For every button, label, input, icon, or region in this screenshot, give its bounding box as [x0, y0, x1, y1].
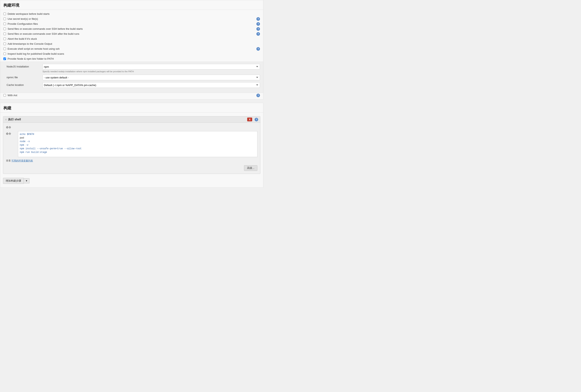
checkbox-label-8: Execute shell script on remote host usin… [7, 47, 60, 50]
checkbox-label-3: Provide Configuration files [7, 22, 38, 25]
checkbox-label-10: Provide Node & npm bin/ folder to PATH [7, 57, 54, 60]
nodejs-form: NodeJS Installation npm Specify needed n… [0, 62, 263, 93]
checkbox-config-files[interactable] [3, 22, 6, 25]
cache-location-select[interactable]: Default (~/.npm or %APP_DATA% pm-cache) [42, 82, 260, 88]
delete-shell-button[interactable]: X [247, 118, 252, 121]
env-link[interactable]: 可用的环境变量列表 [11, 159, 33, 162]
checkbox-label-5: Send files or execute commands over SSH … [7, 32, 79, 35]
command-label-2: 命令 [6, 131, 18, 136]
shell-block-header: ≡ 执行 shell X ? [3, 116, 260, 123]
checkbox-row-6: Abort the build if it's stuck [0, 36, 263, 41]
build-env-title: 构建环境 [0, 0, 263, 10]
checkbox-ssh-after[interactable] [3, 32, 6, 35]
checkbox-abort-stuck[interactable] [3, 38, 6, 40]
checkbox-label-9: Inspect build log for published Gradle b… [7, 52, 64, 55]
checkbox-label-7: Add timestamps to the Console Output [7, 42, 52, 45]
checkbox-row-ant: With Ant ? [0, 93, 263, 98]
cache-location-row: Cache location Default (~/.npm or %APP_D… [6, 82, 260, 88]
shell-block-title: ≡ 执行 shell [5, 118, 21, 121]
shell-block-title-text: 执行 shell [8, 118, 21, 121]
checkbox-row-10: Provide Node & npm bin/ folder to PATH [0, 56, 263, 61]
drag-handle-icon[interactable]: ≡ [5, 118, 6, 121]
env-link-row: 查看 可用的环境变量列表 [6, 159, 257, 162]
npmrc-label: npmrc file [6, 75, 42, 79]
cache-location-wrap: Default (~/.npm or %APP_DATA% pm-cache) [42, 82, 260, 88]
checkbox-label-2: Use secret text(s) or file(s) [7, 17, 38, 20]
npmrc-row: npmrc file - use system default - [6, 75, 260, 80]
checkbox-with-ant[interactable] [3, 94, 6, 96]
command-code-display[interactable]: echo $PATH pwd node -v npm -v npm instal… [18, 131, 257, 157]
add-step-dropdown-button[interactable]: ▼ [24, 178, 29, 184]
add-step-bar: 增加构建步骤 ▼ [0, 176, 263, 186]
nodejs-installation-hint: Specify needed nodejs installation where… [42, 70, 260, 73]
shell-block: ≡ 执行 shell X ? 命令 <span class="cmd-blue"… [3, 116, 260, 174]
checkbox-secret-text[interactable] [3, 18, 6, 20]
nodejs-installation-row: NodeJS Installation npm Specify needed n… [6, 64, 260, 73]
checkbox-label-1: Delete workspace before build starts [7, 12, 49, 15]
command-display-row: 命令 echo $PATH pwd node -v npm -v npm ins… [6, 131, 257, 157]
help-icon-5[interactable]: ? [256, 32, 260, 36]
checkbox-row-5: Send files or execute commands over SSH … [0, 31, 263, 36]
npmrc-wrap: - use system default - [42, 75, 260, 80]
help-icon-3[interactable]: ? [256, 22, 260, 26]
help-icon-shell[interactable]: ? [255, 118, 258, 121]
checkbox-remote-ssh[interactable] [3, 48, 6, 50]
shell-block-body: 命令 <span class="cmd-blue">echo $PATH</sp… [3, 123, 260, 174]
help-icon-8[interactable]: ? [256, 47, 260, 51]
npmrc-select[interactable]: - use system default - [42, 75, 260, 80]
checkbox-label-4: Send files or execute commands over SSH … [7, 27, 83, 30]
cache-location-label: Cache location [6, 82, 42, 86]
checkbox-timestamps[interactable] [3, 42, 6, 45]
help-icon-2[interactable]: ? [256, 17, 260, 21]
checkbox-row-1: Delete workspace before build starts [0, 12, 263, 16]
nodejs-installation-select[interactable]: npm [42, 64, 260, 70]
help-icon-ant[interactable]: ? [256, 94, 260, 97]
checkbox-row-8: Execute shell script on remote host usin… [0, 46, 263, 51]
add-step-button[interactable]: 增加构建步骤 [3, 178, 24, 184]
checkbox-row-3: Provide Configuration files ? [0, 21, 263, 26]
advanced-row: 高级... [6, 164, 257, 172]
checkbox-nodejs-path[interactable] [3, 58, 6, 60]
command-row: 命令 <span class="cmd-blue">echo $PATH</sp… [6, 125, 257, 129]
build-title: 构建 [0, 103, 263, 112]
advanced-button[interactable]: 高级... [244, 165, 257, 171]
checkbox-row-9: Inspect build log for published Gradle b… [0, 51, 263, 56]
build-env-section: 构建环境 Delete workspace before build start… [0, 0, 263, 100]
checkbox-label-6: Abort the build if it's stuck [7, 37, 37, 40]
build-body: ≡ 执行 shell X ? 命令 <span class="cmd-blue"… [0, 112, 263, 188]
build-env-body: Delete workspace before build starts Use… [0, 10, 263, 100]
checkbox-ssh-before[interactable] [3, 28, 6, 30]
build-section: 构建 ≡ 执行 shell X ? 命令 <span class [0, 103, 263, 188]
checkbox-gradle-scans[interactable] [3, 52, 6, 55]
env-link-text: 查看 [6, 159, 11, 162]
checkbox-label-ant: With Ant [7, 94, 17, 97]
checkbox-delete-workspace[interactable] [3, 12, 6, 15]
nodejs-installation-label: NodeJS Installation [6, 64, 42, 68]
help-icon-4[interactable]: ? [256, 27, 260, 31]
command-label: 命令 [6, 125, 18, 129]
checkbox-row-7: Add timestamps to the Console Output [0, 41, 263, 46]
checkbox-row-4: Send files or execute commands over SSH … [0, 26, 263, 31]
nodejs-installation-wrap: npm Specify needed nodejs installation w… [42, 64, 260, 73]
checkbox-row-2: Use secret text(s) or file(s) ? [0, 16, 263, 21]
